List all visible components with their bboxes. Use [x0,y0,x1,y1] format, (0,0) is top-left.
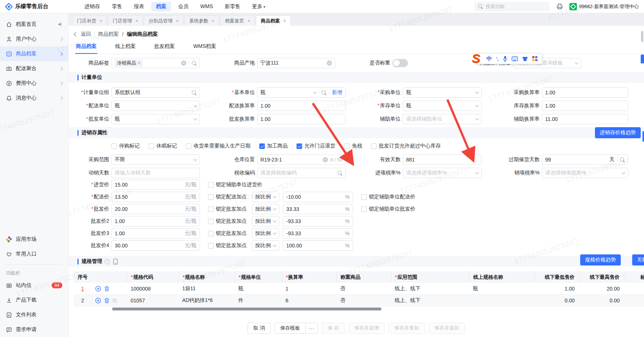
wholesale3-price-input[interactable]: 1.00元/瓶 [111,228,200,239]
search-icon[interactable] [620,157,625,162]
nav-new-retail[interactable]: 新零售 [220,2,245,11]
horizontal-scrollbar[interactable] [79,307,644,311]
checkbox-store-return[interactable]: 允许门店退货 [297,143,335,149]
markup-type-select[interactable]: 按比例 [252,204,279,214]
sidebar-item-delivery[interactable]: 配送聚合 [0,61,68,76]
clipped-edge-button[interactable] [643,131,644,142]
nav-inventory[interactable]: 进销存 [80,2,105,11]
stock-unit-select[interactable]: 瓶 [403,101,482,111]
markup-type-select[interactable]: 按比例 [252,240,279,251]
delivery-price-input[interactable]: 13.50元/瓶 [111,192,200,202]
drag-handle-icon[interactable] [112,298,117,303]
lock-delivery-markup[interactable]: 锁定配送加点 [208,194,247,200]
nav-reports[interactable]: 报表 [129,2,149,11]
back-icon[interactable] [74,32,78,36]
breadcrumb-parent[interactable]: 商品档案 [98,31,119,38]
mobile-preview-icon[interactable] [113,258,118,265]
delivery-unit-select[interactable]: 瓶 [111,101,200,111]
lock-wholesale-markup[interactable]: 锁定批发加点 [208,242,247,249]
save-template-button[interactable]: 保存模板 [274,323,306,334]
stock-rate-input[interactable]: 1.00 [542,101,628,111]
sidebar-item-inbox[interactable]: 站内信 84 [0,278,68,293]
origin-input[interactable]: 宁波111 [257,58,335,68]
delete-row-icon[interactable] [104,298,110,303]
lock-aux-purchase-price[interactable]: 锁定辅助单位进货价 [208,181,262,188]
wholesale4-markup-input[interactable]: 100.00% [283,240,353,251]
ime-lang-toggle[interactable]: 中 [487,55,492,62]
subtab-online-archive[interactable]: 线上档案 [114,41,136,54]
markup-type-select[interactable]: 按比例 [252,228,279,239]
delivery-rate-input[interactable]: 1.00 [257,101,346,111]
spec-price-trend-button[interactable]: 规格价格趋势 [580,254,621,265]
sidebar-item-request[interactable]: 需求申请 [0,322,68,337]
lock-aux-delivery-price[interactable]: 锁定辅助单位配送价 [361,194,415,200]
lock-wholesale-markup[interactable]: 锁定批发加点 [208,218,247,225]
remove-tag-icon[interactable]: × [138,60,141,66]
shirt-icon[interactable] [522,56,528,62]
sidebar-item-app-market[interactable]: 应用市场 [0,232,68,247]
close-icon[interactable]: × [135,18,138,24]
subtab-wms-archive[interactable]: WMS档案 [193,41,217,54]
wholesale4-price-input[interactable]: 30.00元/瓶 [111,240,200,251]
checkbox-production-date[interactable]: 收货单需要输入生产日期 [186,143,250,149]
checkbox-tax-free[interactable]: 免税 [344,143,362,149]
checkbox-dormant[interactable]: 休眠标记 [149,143,177,149]
nav-archives[interactable]: 档案 [151,2,171,11]
global-search-input[interactable]: 搜索功能 [474,2,550,11]
wholesale3-markup-input[interactable]: -93.33% [283,228,353,239]
markup-type-select[interactable]: 按比例 [252,192,279,202]
purchase-rate-input[interactable]: 1.00 [542,87,628,98]
close-icon[interactable]: × [247,18,250,24]
close-icon[interactable]: × [283,18,286,24]
sidebar-item-archive-home[interactable]: 档案首页 [0,17,68,32]
purchase-price-input[interactable]: 15.00元/瓶 [111,180,200,190]
sidebar-item-product-download[interactable]: 产品下载 [0,293,68,308]
purchase-scope-select[interactable]: 不限 [111,154,200,165]
nav-more[interactable]: 更多▾ [247,2,270,11]
sidebar-item-user-center[interactable]: 用户中心 [0,32,68,46]
aux-rate-input[interactable]: 11.00 [542,114,628,124]
tax-code-input[interactable]: 请选择税收编码 [257,168,346,178]
expire-days-input[interactable]: 99 天 [542,154,628,165]
subtab-product-archive[interactable]: 商品档案 [75,41,97,54]
wholesale-price-input[interactable]: 20.00元/瓶 [111,204,200,214]
weigh-toggle[interactable] [392,59,408,67]
save-button[interactable]: 保 存 [322,323,344,334]
delete-row-icon[interactable] [104,286,110,292]
clipped-blue-button[interactable] [641,55,644,63]
subtab-wholesale-archive[interactable]: 批发档案 [153,41,176,54]
save-and-copy-button[interactable]: 保存并复制 [388,323,425,334]
sidebar-item-favorites[interactable]: 常用入口 [0,247,68,261]
save-and-return-button[interactable]: 保存并返回 [429,323,465,334]
price-trend-button[interactable]: 进销存价格趋势 [595,127,641,138]
tab-split-goods[interactable]: 分割品管理× [144,15,183,26]
back-link[interactable]: 返回 [81,31,91,38]
ime-toolbar[interactable]: S 中 ’, [477,53,542,64]
wholesale2-price-input[interactable]: 1.00元/瓶 [111,216,200,226]
wholesale-markup-input[interactable]: 33.33% [283,204,353,214]
keyboard-icon[interactable] [512,56,518,61]
search-icon[interactable] [192,61,197,66]
valid-days-input[interactable]: 881 [403,154,482,165]
close-icon[interactable]: × [100,18,102,24]
purchase-unit-select[interactable]: 瓶 [403,87,482,98]
base-unit-select[interactable]: 瓶 新增 [257,87,346,98]
unit-group-input[interactable]: 系统默认组 [111,87,200,98]
warehouse-input[interactable]: R19-23-1 8 / 50 [257,154,346,165]
add-unit-link[interactable]: 新增 [332,89,342,96]
save-and-new-button[interactable]: 保存并新增 [349,323,385,334]
ime-tone-icon[interactable]: ’, [496,56,499,62]
checkbox-wholesale-over-stock[interactable]: 批发订货允许超过中心库存 [371,143,441,149]
printer-icon[interactable] [556,3,564,10]
more-options-button[interactable]: ··· [306,323,318,334]
input-tax-select[interactable]: 请选择进项税率% [403,168,482,178]
aux-unit-select[interactable]: 请选择辅助单位 [403,114,482,124]
wholesale2-markup-input[interactable]: -93.33% [283,216,353,226]
sidebar-item-fees[interactable]: 费用中心 [0,76,68,91]
search-icon[interactable] [337,171,342,176]
checkbox-processed-goods[interactable]: 加工商品 [259,143,288,149]
delivery-markup-input[interactable]: -10.00% [283,192,353,202]
related-goods-button[interactable]: 关联商品 [632,254,644,265]
sidebar-item-messages[interactable]: 消息中心 [0,91,68,105]
add-row-icon[interactable] [95,286,101,292]
